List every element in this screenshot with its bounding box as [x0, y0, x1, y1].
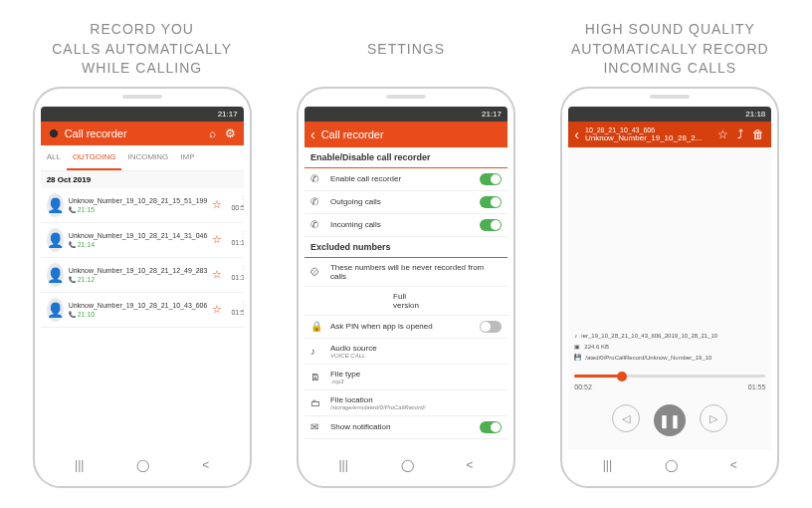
status-bar: 21:17 — [304, 107, 508, 122]
search-icon[interactable]: ⌕ — [206, 127, 220, 140]
recording-name: Unknow_Number_19_10_28_21_12_49_283 — [69, 266, 208, 275]
more-icon[interactable]: ⋮ — [239, 233, 244, 237]
folder-icon: 🗀 — [310, 397, 324, 408]
file-name: ier_19_10_28_21_10_43_606_2019_10_28_21_… — [581, 333, 717, 339]
lock-icon: 🔒 — [310, 321, 324, 332]
phone-frame-1: 21:17 Call recorder ⌕ ⚙ ALL OUTGOING INC… — [33, 87, 252, 488]
tab-important[interactable]: IMP — [174, 145, 200, 170]
recording-name: Unknow_Number_19_10_28_21_15_51_199 — [69, 196, 208, 205]
time-total: 01:55 — [748, 383, 766, 390]
settings-icon[interactable]: ⚙ — [224, 127, 238, 140]
phone-frame-3: 21:18 ‹ 10_28_21_10_43_606 Unknow_Number… — [560, 87, 779, 488]
row-file-type[interactable]: 🗎File type.mp3 — [304, 365, 508, 390]
android-nav: ||| ◯ < — [41, 450, 244, 480]
phone-out-icon: ✆ — [310, 196, 324, 207]
nav-recents-icon[interactable]: ||| — [75, 458, 84, 472]
recording-duration: 01:55 — [231, 309, 243, 316]
player-app-bar: ‹ 10_28_21_10_43_606 Unknow_Number_19_10… — [568, 122, 771, 147]
row-notification[interactable]: ✉Show notification — [304, 416, 508, 439]
status-bar: 21:17 — [41, 107, 244, 122]
prev-button[interactable]: ◁ — [612, 404, 640, 432]
android-nav: ||| ◯ < — [304, 450, 508, 480]
nav-recents-icon[interactable]: ||| — [338, 458, 347, 472]
delete-icon[interactable]: 🗑 — [751, 127, 765, 141]
row-audio-source[interactable]: ♪Audio sourceVOICE CALL — [304, 339, 508, 365]
pause-button[interactable]: ❚❚ — [654, 404, 686, 436]
recording-time: 21:12 — [69, 275, 208, 285]
back-icon[interactable]: ‹ — [574, 127, 579, 142]
settings-title: Call recorder — [321, 128, 502, 140]
file-path: /ated/0/ProCallRecord/Unknow_Number_19_1… — [585, 355, 711, 361]
recording-time: 21:15 — [69, 205, 208, 215]
toggle-notification[interactable] — [480, 421, 502, 433]
time-current: 00:52 — [574, 383, 592, 390]
recording-row[interactable]: 👤Unknow_Number_19_10_28_21_14_31_04621:1… — [41, 223, 244, 258]
star-icon[interactable]: ☆ — [212, 233, 222, 246]
recording-row[interactable]: 👤Unknow_Number_19_10_28_21_10_43_60621:1… — [41, 293, 244, 328]
phone-icon: ✆ — [310, 173, 324, 184]
star-icon[interactable]: ☆ — [212, 303, 222, 316]
recording-time: 21:10 — [69, 310, 208, 320]
date-header: 28 Oct 2019 — [41, 171, 244, 188]
nav-home-icon[interactable]: ◯ — [136, 458, 149, 472]
toggle-outgoing[interactable] — [480, 196, 502, 208]
recording-duration: 00:53 — [231, 204, 243, 211]
row-outgoing[interactable]: ✆Outgoing calls — [304, 191, 508, 214]
row-pin[interactable]: 🔒Ask PIN when app is opened — [304, 316, 508, 339]
row-full-version[interactable]: Full version — [304, 287, 508, 316]
next-button[interactable]: ▷ — [700, 404, 727, 432]
settings-app-bar: ‹ Call recorder — [304, 122, 508, 147]
toggle-incoming[interactable] — [480, 219, 502, 231]
nav-back-icon[interactable]: < — [730, 458, 737, 472]
star-icon[interactable]: ☆ — [212, 198, 222, 211]
size-icon: ▣ — [574, 343, 580, 350]
tab-outgoing[interactable]: OUTGOING — [67, 145, 122, 170]
back-icon[interactable]: ‹ — [310, 127, 315, 142]
row-excluded[interactable]: ⛒These numbers will be never recorded fr… — [304, 258, 508, 287]
status-bar: 21:18 — [568, 107, 771, 122]
nav-back-icon[interactable]: < — [467, 458, 474, 472]
recording-time: 21:14 — [69, 240, 208, 250]
more-icon[interactable]: ⋮ — [239, 268, 244, 272]
nav-home-icon[interactable]: ◯ — [665, 458, 678, 472]
block-icon: ⛒ — [310, 266, 324, 277]
more-icon[interactable]: ⋮ — [239, 303, 244, 307]
avatar-icon: 👤 — [47, 228, 64, 252]
star-icon[interactable]: ☆ — [715, 127, 729, 141]
audio-icon: ♪ — [310, 346, 324, 357]
android-nav: ||| ◯ < — [568, 450, 771, 480]
recording-row[interactable]: 👤Unknow_Number_19_10_28_21_12_49_28321:1… — [41, 258, 244, 293]
bell-icon: ✉ — [310, 421, 324, 432]
player-line2: Unknow_Number_19_10_28_2... — [585, 134, 711, 143]
recording-name: Unknow_Number_19_10_28_21_14_31_046 — [69, 231, 208, 240]
toggle-enable[interactable] — [480, 173, 502, 185]
phone-in-icon: ✆ — [310, 219, 324, 230]
app-bar: Call recorder ⌕ ⚙ — [41, 122, 244, 145]
music-icon: ♪ — [574, 333, 577, 339]
file-size: 224.6 KB — [584, 344, 609, 350]
tab-all[interactable]: ALL — [41, 145, 67, 170]
app-title: Call recorder — [65, 127, 202, 139]
tab-bar: ALL OUTGOING INCOMING IMP — [41, 145, 244, 171]
nav-recents-icon[interactable]: ||| — [603, 458, 612, 472]
avatar-icon: 👤 — [47, 263, 64, 287]
recording-name: Unknow_Number_19_10_28_21_10_43_606 — [69, 301, 208, 310]
section-enable: Enable/Disable call recorder — [304, 147, 508, 168]
recording-row[interactable]: 👤Unknow_Number_19_10_28_21_15_51_19921:1… — [41, 188, 244, 223]
row-incoming[interactable]: ✆Incoming calls — [304, 214, 508, 237]
row-enable[interactable]: ✆Enable call recorder — [304, 168, 508, 191]
row-file-location[interactable]: 🗀File location/storage/emulated/0/ProCal… — [304, 390, 508, 416]
toggle-pin[interactable] — [480, 321, 502, 333]
nav-home-icon[interactable]: ◯ — [401, 458, 414, 472]
progress-bar[interactable] — [574, 375, 765, 378]
tab-incoming[interactable]: INCOMING — [121, 145, 174, 170]
nav-back-icon[interactable]: < — [202, 458, 209, 472]
share-icon[interactable]: ⤴ — [733, 127, 747, 141]
col3-title: HIGH SOUND QUALITY AUTOMATICALLY RECORD … — [571, 20, 769, 79]
more-icon[interactable]: ⋮ — [239, 198, 244, 202]
star-icon[interactable]: ☆ — [212, 268, 222, 281]
disk-icon: 💾 — [574, 354, 581, 361]
col2-title: SETTINGS — [367, 20, 445, 79]
phone-frame-2: 21:17 ‹ Call recorder Enable/Disable cal… — [297, 87, 515, 488]
recording-duration: 01:17 — [231, 239, 243, 246]
